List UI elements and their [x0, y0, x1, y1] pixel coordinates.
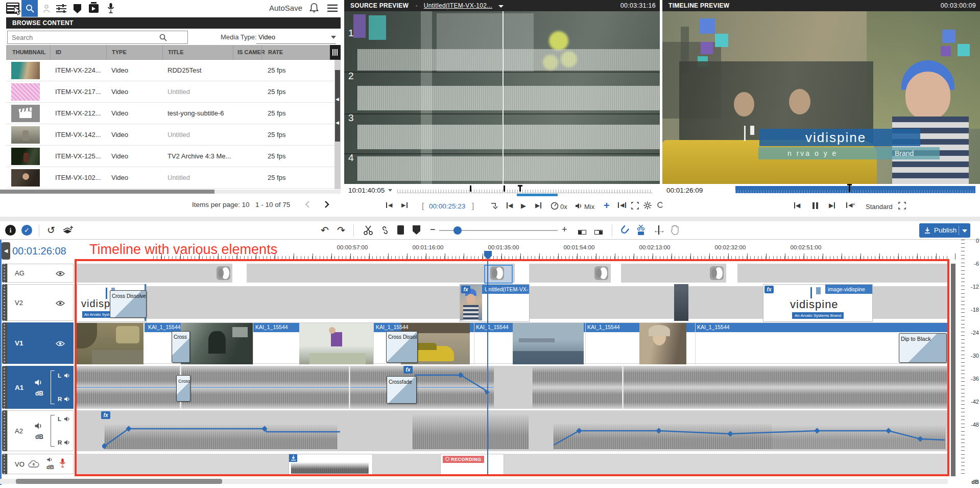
center-playhead-button[interactable]: ◀	[618, 202, 626, 208]
timeline-video-area[interactable]: vidispine n rva o y e Brand	[662, 11, 980, 184]
media-type-caret-icon[interactable]	[331, 36, 336, 39]
go-to-end-button[interactable]: ▶	[535, 202, 541, 208]
source-timecode-caret-icon[interactable]	[388, 189, 392, 192]
track-lane-a2[interactable]: fx	[77, 410, 948, 451]
notifications-bell-icon[interactable]	[309, 3, 319, 13]
v2-clip-untitled[interactable]: Untitled(ITEM-VX- fx	[460, 284, 530, 322]
go-to-end-button[interactable]: ▶	[829, 202, 835, 208]
vo-clip-recorded[interactable]	[289, 454, 373, 475]
v1-thumb-street[interactable]	[77, 323, 144, 364]
track-header-vo[interactable]: VO dB	[2, 454, 74, 474]
speed-gauge-icon[interactable]	[551, 202, 559, 210]
track-volume-icon[interactable]	[34, 379, 43, 386]
add-layer-button[interactable]	[62, 225, 74, 236]
v1-thumb-woman[interactable]	[639, 323, 686, 364]
export-selection-icon[interactable]	[490, 202, 498, 210]
track-drag-handle[interactable]	[2, 322, 7, 364]
publish-caret-icon[interactable]	[962, 229, 967, 233]
fx-badge[interactable]: fx	[764, 286, 774, 293]
timeline-progress-bar[interactable]	[735, 186, 975, 193]
go-to-start-button[interactable]: ◀	[794, 202, 800, 208]
channel-l-speaker-icon[interactable]	[64, 416, 70, 422]
col-rate[interactable]: RATE	[261, 45, 329, 60]
track-drag-handle[interactable]	[2, 284, 7, 321]
a2-volume-automation-1[interactable]	[102, 410, 342, 451]
track-drag-handle[interactable]	[2, 366, 7, 409]
flag-marker-button[interactable]	[413, 225, 420, 235]
cloud-upload-icon[interactable]	[28, 460, 39, 468]
col-title[interactable]: TITLE	[162, 45, 234, 60]
channel-r-speaker-icon[interactable]	[64, 396, 70, 402]
marker-in[interactable]	[470, 185, 471, 192]
hand-tool-button[interactable]	[670, 225, 679, 236]
column-settings-button[interactable]	[330, 45, 341, 60]
microphone-tool-icon[interactable]	[107, 3, 114, 14]
track-volume-icon[interactable]	[34, 422, 43, 430]
menu-hamburger-icon[interactable]	[327, 4, 338, 12]
v1-thumb-car-interior[interactable]	[181, 323, 253, 364]
track-lane-v2[interactable]: vidispine An Arvato Systems Brand Cross …	[77, 284, 948, 321]
speed-value[interactable]: 0x	[560, 203, 567, 211]
search-submit-icon[interactable]	[159, 34, 167, 41]
a2-volume-automation-2[interactable]	[552, 410, 947, 451]
track-lane-v1[interactable]: KAI_1_15544 KAI_1_15544 KAI_1_15544 KAI_…	[77, 322, 948, 364]
channel-l-speaker-icon[interactable]	[64, 373, 70, 379]
a1-volume-automation[interactable]	[414, 366, 495, 409]
table-row[interactable]: ITEM-VX-217... Video Untitled 25 fps ⁝	[6, 81, 341, 103]
scrollbar-thumb[interactable]	[0, 190, 214, 194]
delete-button[interactable]	[397, 225, 404, 235]
quality-selector[interactable]: Standard	[866, 203, 893, 211]
source-clip-caret-icon[interactable]	[498, 5, 504, 8]
approve-button[interactable]: ✓	[21, 225, 32, 236]
settings-sliders-icon[interactable]	[56, 4, 66, 13]
record-mic-icon[interactable]	[59, 458, 66, 469]
track-db-label[interactable]: dB	[46, 464, 54, 470]
track-lane-ag[interactable]	[77, 264, 948, 283]
mix-label[interactable]: Mix	[584, 203, 594, 211]
track-db-label[interactable]: dB	[35, 390, 43, 397]
transition-cross-dissolve[interactable]: Cross Dissolve	[110, 290, 147, 318]
transition-crossfade[interactable]: Crossfade	[387, 376, 417, 404]
info-button[interactable]: i	[5, 225, 16, 236]
step-back-frame-button[interactable]: ◀	[386, 202, 392, 208]
track-volume-icon[interactable]	[46, 457, 53, 462]
col-is-camera[interactable]: IS CAMERA	[233, 45, 265, 60]
extract-button[interactable]: →	[593, 225, 604, 235]
prev-page-button[interactable]	[304, 200, 310, 208]
play-button[interactable]: ▶	[521, 202, 526, 209]
publish-button[interactable]: Publish	[919, 223, 970, 238]
source-clip-selector[interactable]: Untitled(ITEM-VX-102...	[424, 2, 492, 9]
collapse-panel-tab[interactable]: ◀	[2, 242, 10, 260]
table-row[interactable]: ITEM-VX-142... Video Untitled 25 fps ⁝	[6, 124, 341, 146]
track-drag-handle[interactable]	[2, 264, 7, 283]
fullscreen-button[interactable]	[631, 202, 639, 210]
visibility-eye-icon[interactable]	[56, 271, 65, 276]
fullscreen-button[interactable]	[898, 202, 906, 210]
table-row[interactable]: ITEM-VX-102... Video Untitled 25 fps ⁝	[6, 167, 341, 189]
pause-button[interactable]	[812, 202, 819, 209]
track-drag-handle[interactable]	[2, 410, 7, 451]
source-selected-range[interactable]	[517, 194, 558, 196]
razor-button[interactable]	[636, 225, 646, 236]
channel-r-speaker-icon[interactable]	[64, 439, 70, 446]
track-lane-vo[interactable]: RECORDING	[77, 454, 948, 474]
track-db-label[interactable]: dB	[35, 433, 43, 440]
table-horizontal-scrollbar[interactable]	[0, 190, 341, 194]
graphic-marker[interactable]	[594, 266, 608, 280]
track-drag-handle[interactable]	[2, 454, 7, 474]
playhead-line[interactable]	[487, 255, 488, 475]
export-tool-icon[interactable]	[89, 4, 99, 13]
step-forward-frame-button[interactable]: ▶	[401, 202, 408, 208]
next-page-button[interactable]	[324, 200, 330, 208]
table-row[interactable]: ITEM-VX-212... Video test-yong-subtitle-…	[6, 103, 341, 124]
visibility-eye-icon[interactable]	[56, 341, 65, 346]
scrollbar-thumb[interactable]	[16, 479, 222, 484]
track-header-v1[interactable]: V1	[2, 322, 74, 364]
search-tool-tile[interactable]	[21, 0, 38, 17]
settings-gear-icon[interactable]	[643, 201, 652, 210]
go-to-start-button[interactable]: ◀	[507, 202, 513, 208]
col-type[interactable]: TYPE	[106, 45, 163, 60]
items-per-page-label[interactable]: Items per page: 10	[192, 201, 250, 208]
trim-button[interactable]: ← →	[654, 225, 665, 235]
transition-cross-dissolve-2[interactable]: Cross Dissol	[386, 331, 418, 363]
